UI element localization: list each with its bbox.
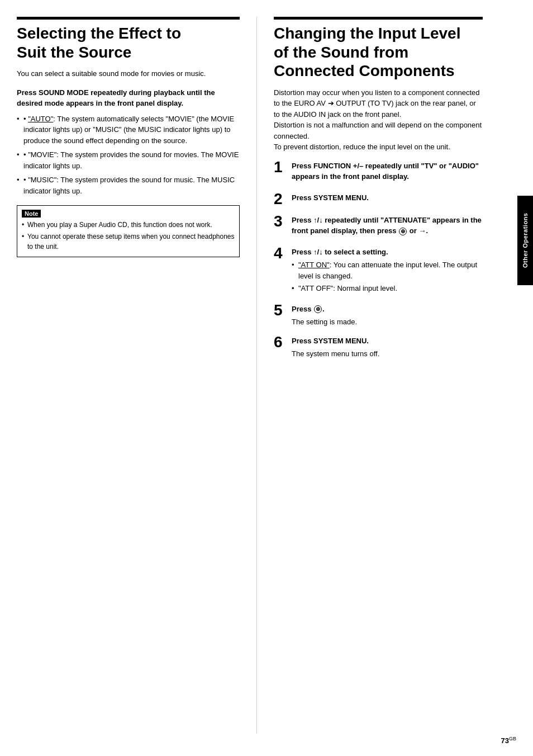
left-section-title: Selecting the Effect to Suit the Source [17,18,240,62]
bullet-item: "ATT ON": You can attenuate the input le… [292,259,483,281]
step-6: 6 Press SYSTEM MENU. The system menu tur… [274,336,483,360]
note-label: Note [22,210,41,218]
right-intro: Distortion may occur when you listen to … [274,87,483,153]
step-1: 1 Press FUNCTION +/– repeatedly until "T… [274,160,483,185]
left-column: Selecting the Effect to Suit the Source … [17,17,257,734]
step-heading: Press ↑/↓ repeatedly until "ATTENUATE" a… [292,215,483,237]
columns: Selecting the Effect to Suit the Source … [17,17,516,734]
auto-underline: "AUTO" [28,115,53,123]
note-item: When you play a Super Audio CD, this fun… [22,220,235,230]
step-heading: Press ↑/↓ to select a setting. [292,247,483,258]
right-section-title: Changing the Input Level of the Sound fr… [274,18,483,81]
step-sub: The setting is made. [292,316,483,328]
circle-icon: ⊕ [399,228,407,235]
step-number: 2 [274,191,292,207]
side-tab: Other Operations [517,196,533,285]
step-heading: Press FUNCTION +/– repeatedly until "TV"… [292,160,483,182]
step-5: 5 Press ⊕. The setting is made. [274,304,483,328]
note-list: When you play a Super Audio CD, this fun… [22,220,235,252]
step-sub: The system menu turns off. [292,348,483,360]
note-box: Note When you play a Super Audio CD, thi… [17,205,240,257]
step-number: 1 [274,159,292,175]
page-container: Selecting the Effect to Suit the Source … [0,0,533,756]
list-item: • "MUSIC": The system provides the sound… [17,174,240,196]
step-3: 3 Press ↑/↓ repeatedly until "ATTENUATE"… [274,215,483,239]
step-heading: Press SYSTEM MENU. [292,192,483,204]
step-content: Press FUNCTION +/– repeatedly until "TV"… [292,160,483,185]
steps-list: 1 Press FUNCTION +/– repeatedly until "T… [274,160,483,360]
step-number: 3 [274,214,292,229]
step-number: 5 [274,303,292,318]
note-item: You cannot operate these setup items whe… [22,231,235,252]
step-heading: Press SYSTEM MENU. [292,336,483,347]
step-heading: Press ⊕. [292,304,483,315]
step-content: Press SYSTEM MENU. The system menu turns… [292,336,483,360]
left-bullets: • "AUTO": The system automatically selec… [17,114,240,197]
left-intro: You can select a suitable sound mode for… [17,68,240,79]
step-number: 4 [274,245,292,261]
step-2: 2 Press SYSTEM MENU. [274,192,483,207]
step-content: Press ⊕. The setting is made. [292,304,483,328]
step-bullets: "ATT ON": You can attenuate the input le… [292,259,483,294]
circle-icon: ⊕ [314,305,322,313]
step-number: 6 [274,334,292,350]
bullet-item: "ATT OFF": Normal input level. [292,283,483,294]
list-item: • "AUTO": The system automatically selec… [17,114,240,147]
step-content: Press ↑/↓ to select a setting. "ATT ON":… [292,247,483,296]
step-content: Press SYSTEM MENU. [292,192,483,206]
right-column: Changing the Input Level of the Sound fr… [257,17,516,734]
left-bold-heading: Press SOUND MODE repeatedly during playb… [17,87,240,109]
step-content: Press ↑/↓ repeatedly until "ATTENUATE" a… [292,215,483,239]
step-4: 4 Press ↑/↓ to select a setting. "ATT ON… [274,247,483,296]
page-number: 73GB [501,736,516,745]
list-item: • "MOVIE": The system provides the sound… [17,149,240,171]
